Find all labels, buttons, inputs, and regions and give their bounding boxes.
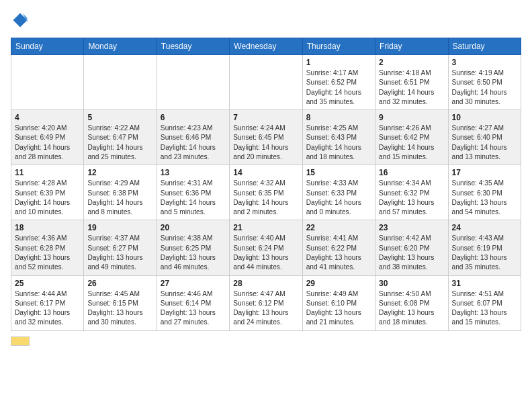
day-info: Sunrise: 4:36 AM Sunset: 6:28 PM Dayligh… <box>15 234 80 272</box>
calendar-cell: 3Sunrise: 4:19 AM Sunset: 6:50 PM Daylig… <box>448 55 521 110</box>
day-info: Sunrise: 4:41 AM Sunset: 6:22 PM Dayligh… <box>306 234 371 272</box>
calendar-cell: 16Sunrise: 4:34 AM Sunset: 6:32 PM Dayli… <box>375 165 448 220</box>
calendar-cell: 26Sunrise: 4:45 AM Sunset: 6:15 PM Dayli… <box>84 275 157 330</box>
calendar-cell: 20Sunrise: 4:38 AM Sunset: 6:25 PM Dayli… <box>157 220 229 275</box>
day-info: Sunrise: 4:45 AM Sunset: 6:15 PM Dayligh… <box>87 289 152 328</box>
calendar-cell: 28Sunrise: 4:47 AM Sunset: 6:12 PM Dayli… <box>230 275 302 330</box>
day-info: Sunrise: 4:19 AM Sunset: 6:50 PM Dayligh… <box>452 68 517 107</box>
day-info: Sunrise: 4:32 AM Sunset: 6:35 PM Dayligh… <box>233 179 298 217</box>
day-number: 14 <box>233 168 298 177</box>
weekday-header: Thursday <box>302 38 375 55</box>
weekday-header: Monday <box>84 38 157 55</box>
calendar-week-row: 4Sunrise: 4:20 AM Sunset: 6:49 PM Daylig… <box>11 110 521 165</box>
calendar-week-row: 18Sunrise: 4:36 AM Sunset: 6:28 PM Dayli… <box>11 220 521 275</box>
calendar-cell: 24Sunrise: 4:43 AM Sunset: 6:19 PM Dayli… <box>448 220 521 275</box>
day-number: 18 <box>15 223 80 232</box>
calendar-cell: 30Sunrise: 4:50 AM Sunset: 6:08 PM Dayli… <box>375 275 448 330</box>
day-number: 28 <box>233 279 298 288</box>
calendar-cell: 13Sunrise: 4:31 AM Sunset: 6:36 PM Dayli… <box>157 165 229 220</box>
day-number: 20 <box>161 223 226 232</box>
calendar-cell: 7Sunrise: 4:24 AM Sunset: 6:45 PM Daylig… <box>230 110 302 165</box>
day-info: Sunrise: 4:27 AM Sunset: 6:40 PM Dayligh… <box>452 124 517 162</box>
calendar-cell: 15Sunrise: 4:33 AM Sunset: 6:33 PM Dayli… <box>302 165 375 220</box>
calendar-cell: 5Sunrise: 4:22 AM Sunset: 6:47 PM Daylig… <box>84 110 157 165</box>
day-info: Sunrise: 4:40 AM Sunset: 6:24 PM Dayligh… <box>233 234 298 272</box>
calendar-cell: 8Sunrise: 4:25 AM Sunset: 6:43 PM Daylig… <box>302 110 375 165</box>
logo <box>11 11 32 30</box>
day-info: Sunrise: 4:35 AM Sunset: 6:30 PM Dayligh… <box>452 179 517 217</box>
day-number: 24 <box>452 223 517 232</box>
day-info: Sunrise: 4:28 AM Sunset: 6:39 PM Dayligh… <box>15 179 80 217</box>
calendar-cell <box>157 55 229 110</box>
calendar-table: SundayMondayTuesdayWednesdayThursdayFrid… <box>11 38 521 331</box>
day-info: Sunrise: 4:43 AM Sunset: 6:19 PM Dayligh… <box>452 234 517 272</box>
calendar-cell: 11Sunrise: 4:28 AM Sunset: 6:39 PM Dayli… <box>11 165 84 220</box>
day-info: Sunrise: 4:18 AM Sunset: 6:51 PM Dayligh… <box>379 68 444 107</box>
day-number: 19 <box>87 223 152 232</box>
day-info: Sunrise: 4:17 AM Sunset: 6:52 PM Dayligh… <box>306 68 371 107</box>
day-info: Sunrise: 4:49 AM Sunset: 6:10 PM Dayligh… <box>306 289 371 328</box>
calendar-cell: 21Sunrise: 4:40 AM Sunset: 6:24 PM Dayli… <box>230 220 302 275</box>
calendar-cell: 25Sunrise: 4:44 AM Sunset: 6:17 PM Dayli… <box>11 275 84 330</box>
calendar-week-row: 11Sunrise: 4:28 AM Sunset: 6:39 PM Dayli… <box>11 165 521 220</box>
calendar-week-row: 25Sunrise: 4:44 AM Sunset: 6:17 PM Dayli… <box>11 275 521 330</box>
day-info: Sunrise: 4:37 AM Sunset: 6:27 PM Dayligh… <box>87 234 152 272</box>
page-header <box>11 11 521 30</box>
calendar-cell: 29Sunrise: 4:49 AM Sunset: 6:10 PM Dayli… <box>302 275 375 330</box>
day-number: 6 <box>161 113 226 122</box>
day-number: 12 <box>87 168 152 177</box>
day-number: 13 <box>161 168 226 177</box>
day-number: 16 <box>379 168 444 177</box>
day-number: 1 <box>306 58 371 67</box>
calendar-cell: 19Sunrise: 4:37 AM Sunset: 6:27 PM Dayli… <box>84 220 157 275</box>
calendar-cell: 2Sunrise: 4:18 AM Sunset: 6:51 PM Daylig… <box>375 55 448 110</box>
day-info: Sunrise: 4:22 AM Sunset: 6:47 PM Dayligh… <box>87 124 152 162</box>
day-info: Sunrise: 4:50 AM Sunset: 6:08 PM Dayligh… <box>379 289 444 328</box>
day-number: 31 <box>452 279 517 288</box>
calendar-cell: 31Sunrise: 4:51 AM Sunset: 6:07 PM Dayli… <box>448 275 521 330</box>
weekday-header: Sunday <box>11 38 84 55</box>
day-info: Sunrise: 4:44 AM Sunset: 6:17 PM Dayligh… <box>15 289 80 328</box>
day-info: Sunrise: 4:29 AM Sunset: 6:38 PM Dayligh… <box>87 179 152 217</box>
calendar-cell: 14Sunrise: 4:32 AM Sunset: 6:35 PM Dayli… <box>230 165 302 220</box>
calendar-cell: 17Sunrise: 4:35 AM Sunset: 6:30 PM Dayli… <box>448 165 521 220</box>
calendar-cell: 9Sunrise: 4:26 AM Sunset: 6:42 PM Daylig… <box>375 110 448 165</box>
day-info: Sunrise: 4:34 AM Sunset: 6:32 PM Dayligh… <box>379 179 444 217</box>
day-info: Sunrise: 4:47 AM Sunset: 6:12 PM Dayligh… <box>233 289 298 328</box>
day-info: Sunrise: 4:25 AM Sunset: 6:43 PM Dayligh… <box>306 124 371 162</box>
day-number: 5 <box>87 113 152 122</box>
logo-icon <box>11 11 30 30</box>
day-number: 27 <box>161 279 226 288</box>
calendar-cell <box>11 55 84 110</box>
day-number: 15 <box>306 168 371 177</box>
svg-marker-0 <box>13 13 28 28</box>
calendar-cell <box>230 55 302 110</box>
day-number: 23 <box>379 223 444 232</box>
calendar-cell: 18Sunrise: 4:36 AM Sunset: 6:28 PM Dayli… <box>11 220 84 275</box>
calendar-cell: 23Sunrise: 4:42 AM Sunset: 6:20 PM Dayli… <box>375 220 448 275</box>
day-number: 7 <box>233 113 298 122</box>
day-number: 22 <box>306 223 371 232</box>
calendar-cell <box>84 55 157 110</box>
day-info: Sunrise: 4:46 AM Sunset: 6:14 PM Dayligh… <box>161 289 226 328</box>
calendar-cell: 10Sunrise: 4:27 AM Sunset: 6:40 PM Dayli… <box>448 110 521 165</box>
day-info: Sunrise: 4:51 AM Sunset: 6:07 PM Dayligh… <box>452 289 517 328</box>
day-info: Sunrise: 4:23 AM Sunset: 6:46 PM Dayligh… <box>161 124 226 162</box>
calendar-cell: 6Sunrise: 4:23 AM Sunset: 6:46 PM Daylig… <box>157 110 229 165</box>
day-info: Sunrise: 4:26 AM Sunset: 6:42 PM Dayligh… <box>379 124 444 162</box>
day-info: Sunrise: 4:42 AM Sunset: 6:20 PM Dayligh… <box>379 234 444 272</box>
day-number: 26 <box>87 279 152 288</box>
day-number: 10 <box>452 113 517 122</box>
day-number: 17 <box>452 168 517 177</box>
calendar-cell: 22Sunrise: 4:41 AM Sunset: 6:22 PM Dayli… <box>302 220 375 275</box>
day-info: Sunrise: 4:31 AM Sunset: 6:36 PM Dayligh… <box>161 179 226 217</box>
day-number: 4 <box>15 113 80 122</box>
calendar-cell: 27Sunrise: 4:46 AM Sunset: 6:14 PM Dayli… <box>157 275 229 330</box>
day-number: 9 <box>379 113 444 122</box>
day-number: 8 <box>306 113 371 122</box>
weekday-header: Tuesday <box>157 38 229 55</box>
day-number: 2 <box>379 58 444 67</box>
weekday-header: Wednesday <box>230 38 302 55</box>
calendar-header-row: SundayMondayTuesdayWednesdayThursdayFrid… <box>11 38 521 55</box>
calendar-cell: 4Sunrise: 4:20 AM Sunset: 6:49 PM Daylig… <box>11 110 84 165</box>
